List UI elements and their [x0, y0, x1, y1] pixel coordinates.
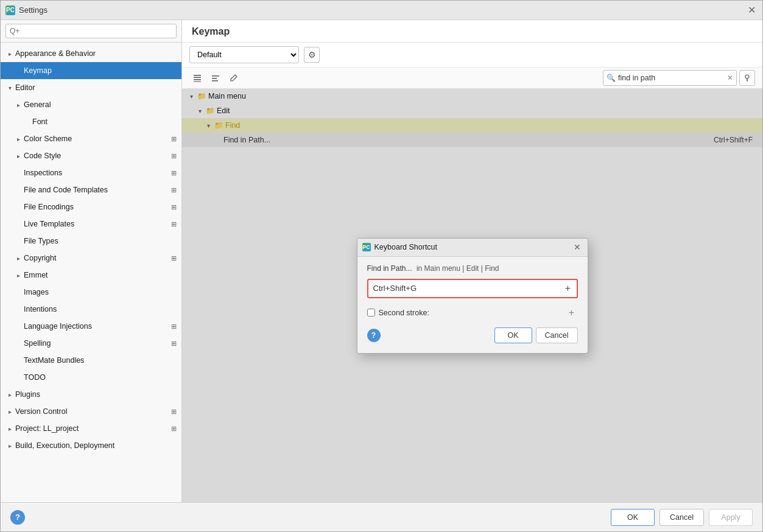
- sidebar-item-label: Version Control: [15, 407, 169, 416]
- chevron-icon: [5, 424, 14, 433]
- sidebar-item-images[interactable]: Images: [1, 284, 181, 301]
- search-in-keymap-button[interactable]: [739, 70, 755, 86]
- sidebar-item-emmet[interactable]: Emmet: [1, 267, 181, 284]
- sidebar-item-live-templates[interactable]: Live Templates ⊞: [1, 215, 181, 233]
- sidebar-item-label: TextMate Bundles: [24, 356, 177, 365]
- settings-badge: ⊞: [171, 408, 177, 416]
- edit-icon: [230, 74, 238, 82]
- keymap-dropdown[interactable]: Default Eclipse Emacs NetBeans 6.5 Subli…: [189, 46, 299, 63]
- sidebar-item-textmate-bundles[interactable]: TextMate Bundles: [1, 352, 181, 369]
- svg-rect-1: [194, 77, 201, 79]
- sidebar-item-file-types[interactable]: File Types: [1, 233, 181, 250]
- sidebar-tree: Appearance & Behavior Keymap Editor Gene…: [1, 43, 181, 502]
- sidebar-item-label: Plugins: [15, 390, 177, 399]
- clear-search-icon[interactable]: ✕: [727, 74, 733, 82]
- sidebar-item-copyright[interactable]: Copyright ⊞: [1, 250, 181, 267]
- sidebar-item-spelling[interactable]: Spelling ⊞: [1, 335, 181, 352]
- main-content: Appearance & Behavior Keymap Editor Gene…: [1, 20, 762, 502]
- shortcut-input[interactable]: [368, 281, 560, 295]
- tree-view-area: ▾ 📁 Main menu ▾ 📁 Edit ▾ 📁 Find: [182, 89, 762, 502]
- right-panel: Keymap Default Eclipse Emacs NetBeans 6.…: [182, 20, 762, 502]
- sidebar-item-todo[interactable]: TODO: [1, 369, 181, 386]
- modal-overlay: PC Keyboard Shortcut ✕ Find in Path... i…: [182, 89, 762, 502]
- settings-badge: ⊞: [171, 254, 177, 262]
- breadcrumb-action: Find in Path...: [367, 264, 412, 273]
- panel-title: Keymap: [192, 26, 753, 37]
- modal-footer-buttons: OK Cancel: [494, 327, 578, 343]
- sidebar-item-plugins[interactable]: Plugins: [1, 386, 181, 403]
- settings-badge: ⊞: [171, 169, 177, 177]
- help-button[interactable]: ?: [10, 510, 25, 525]
- sidebar-item-label: General: [24, 100, 177, 109]
- sidebar-item-file-code-templates[interactable]: File and Code Templates ⊞: [1, 181, 181, 198]
- sidebar-item-inspections[interactable]: Inspections ⊞: [1, 164, 181, 181]
- modal-help-button[interactable]: ?: [367, 329, 381, 342]
- sidebar-item-label: Live Templates: [24, 220, 169, 228]
- sidebar-item-label: Inspections: [24, 169, 169, 177]
- modal-ok-button[interactable]: OK: [494, 327, 532, 343]
- bottom-bar: ? OK Cancel Apply: [1, 502, 762, 531]
- cancel-button[interactable]: Cancel: [659, 509, 704, 526]
- sidebar-item-appearance-behavior[interactable]: Appearance & Behavior: [1, 45, 181, 62]
- sidebar-item-label: Build, Execution, Deployment: [15, 441, 177, 450]
- sidebar-item-code-style[interactable]: Code Style ⊞: [1, 147, 181, 164]
- modal-title: Keyboard Shortcut: [374, 243, 572, 251]
- settings-badge: ⊞: [171, 186, 177, 194]
- modal-titlebar: PC Keyboard Shortcut ✕: [357, 239, 588, 257]
- panel-header: Keymap: [182, 20, 762, 43]
- sidebar-item-file-encodings[interactable]: File Encodings ⊞: [1, 198, 181, 215]
- sidebar-item-project[interactable]: Project: LL_project ⊞: [1, 420, 181, 437]
- sidebar-item-color-scheme[interactable]: Color Scheme ⊞: [1, 130, 181, 147]
- search-icon: 🔍: [607, 74, 616, 82]
- second-stroke-checkbox[interactable]: [367, 309, 375, 317]
- gear-button[interactable]: ⚙: [304, 47, 320, 63]
- svg-rect-2: [194, 79, 201, 80]
- sidebar-item-label: Spelling: [24, 339, 169, 348]
- settings-badge: ⊞: [171, 340, 177, 348]
- dropdown-row: Default Eclipse Emacs NetBeans 6.5 Subli…: [182, 43, 762, 68]
- sidebar-item-label: Copyright: [24, 254, 169, 262]
- close-button[interactable]: ✕: [745, 4, 758, 16]
- chevron-icon: [14, 152, 23, 160]
- sidebar-item-editor[interactable]: Editor: [1, 79, 181, 96]
- sidebar-item-label: File Encodings: [24, 203, 169, 211]
- breadcrumb-path: in Main menu | Edit | Find: [417, 264, 499, 273]
- titlebar: PC Settings ✕: [1, 1, 762, 20]
- sidebar-search-input[interactable]: [5, 24, 177, 38]
- edit-button[interactable]: [226, 71, 242, 85]
- sidebar-item-keymap[interactable]: Keymap: [1, 62, 181, 79]
- sidebar-item-version-control[interactable]: Version Control ⊞: [1, 403, 181, 420]
- add-shortcut-button[interactable]: +: [560, 280, 577, 297]
- sidebar-item-label: Code Style: [24, 152, 169, 160]
- second-stroke-label: Second stroke:: [379, 309, 429, 317]
- collapse-all-button[interactable]: [208, 71, 223, 85]
- settings-badge: ⊞: [171, 323, 177, 331]
- chevron-icon: [14, 271, 23, 279]
- chevron-icon: [5, 441, 14, 450]
- modal-close-button[interactable]: ✕: [572, 242, 583, 253]
- expand-all-button[interactable]: [189, 71, 205, 85]
- keymap-toolbar: 🔍 ✕: [182, 68, 762, 89]
- sidebar-item-label: File and Code Templates: [24, 186, 169, 194]
- svg-point-7: [745, 75, 749, 79]
- keymap-search-input[interactable]: [603, 70, 737, 86]
- sidebar-item-language-injections[interactable]: Language Injections ⊞: [1, 318, 181, 335]
- sidebar-item-intentions[interactable]: Intentions: [1, 301, 181, 318]
- sidebar-item-font[interactable]: Font: [1, 113, 181, 130]
- sidebar-item-build[interactable]: Build, Execution, Deployment: [1, 437, 181, 454]
- sidebar-item-label: Intentions: [24, 305, 177, 313]
- add-second-stroke-button[interactable]: +: [566, 307, 578, 319]
- modal-cancel-button[interactable]: Cancel: [536, 327, 578, 343]
- settings-badge: ⊞: [171, 135, 177, 143]
- chevron-icon: [5, 407, 14, 416]
- sidebar-item-general[interactable]: General: [1, 96, 181, 113]
- sidebar-item-label: File Types: [24, 237, 177, 245]
- collapse-all-icon: [211, 74, 220, 82]
- ok-button[interactable]: OK: [611, 509, 655, 526]
- svg-rect-4: [212, 75, 219, 77]
- chevron-icon: [5, 83, 14, 92]
- chevron-icon: [5, 49, 14, 58]
- apply-button[interactable]: Apply: [709, 509, 753, 526]
- svg-rect-6: [212, 80, 218, 82]
- sidebar-item-label: Appearance & Behavior: [15, 49, 177, 58]
